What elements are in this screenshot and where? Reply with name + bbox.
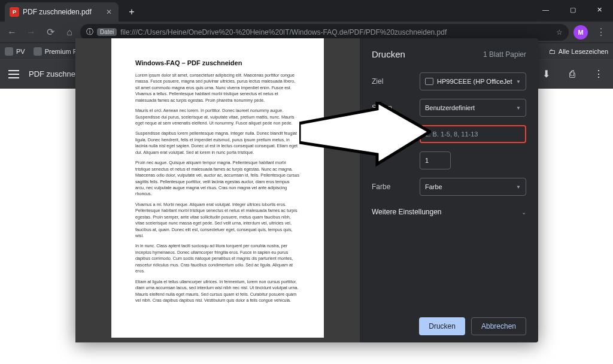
chevron-down-icon: ▼ xyxy=(516,184,521,190)
print-preview-pane: Windows-FAQ – PDF zuschneiden Lorem ipsu… xyxy=(75,38,360,342)
cancel-button[interactable]: Abbrechen xyxy=(471,317,526,335)
preview-paragraph: Suspendisse dapibus lorem pellentesque m… xyxy=(135,131,300,156)
more-settings-toggle[interactable]: Weitere Einstellungen ⌄ xyxy=(372,208,526,216)
color-select[interactable]: Farbe ▼ xyxy=(420,178,526,196)
label-destination: Ziel xyxy=(372,77,414,86)
preview-paragraph: Lorem ipsum dolor sit amet, consectetuer… xyxy=(135,72,300,104)
preview-paragraph: Proin nec augue. Quisque aliquam tempor … xyxy=(135,160,300,198)
destination-select[interactable]: HP99CEEE (HP OfficeJet ▼ xyxy=(420,72,526,90)
preview-paragraph: Mauris et orci. Aenean nec lorem. In por… xyxy=(135,108,300,126)
preview-heading: Windows-FAQ – PDF zuschneiden xyxy=(135,59,300,68)
chevron-down-icon: ▼ xyxy=(516,105,521,111)
printer-icon xyxy=(425,78,433,85)
pages-mode-select[interactable]: Benutzerdefiniert ▼ xyxy=(420,99,526,117)
copies-input[interactable]: 1 xyxy=(420,151,451,169)
preview-paragraph: Etiam at ligula et tellus ullamcorper ul… xyxy=(135,279,300,304)
modal-backdrop: Windows-FAQ – PDF zuschneiden Lorem ipsu… xyxy=(0,0,613,364)
print-dialog-title: Drucken xyxy=(372,49,405,59)
preview-paragraph: Vivamus a mi. Morbi neque. Aliquam erat … xyxy=(135,202,300,239)
pages-range-input[interactable]: z. B. 1-5, 8, 11-13 xyxy=(420,125,526,143)
label-pages: Seiten xyxy=(372,104,414,112)
preview-paragraph: In in nunc. Class aptent taciti sociosqu… xyxy=(135,243,300,274)
label-color: Farbe xyxy=(372,183,414,191)
sheet-count: 1 Blatt Papier xyxy=(483,50,526,59)
print-settings-pane: Drucken 1 Blatt Papier Ziel HP99CEEE (HP… xyxy=(360,38,538,342)
chevron-down-icon: ▼ xyxy=(516,79,521,84)
preview-page: Windows-FAQ – PDF zuschneiden Lorem ipsu… xyxy=(111,38,324,338)
print-button[interactable]: Drucken xyxy=(419,317,465,335)
print-dialog: Windows-FAQ – PDF zuschneiden Lorem ipsu… xyxy=(75,38,538,342)
chevron-down-icon: ⌄ xyxy=(521,209,526,216)
